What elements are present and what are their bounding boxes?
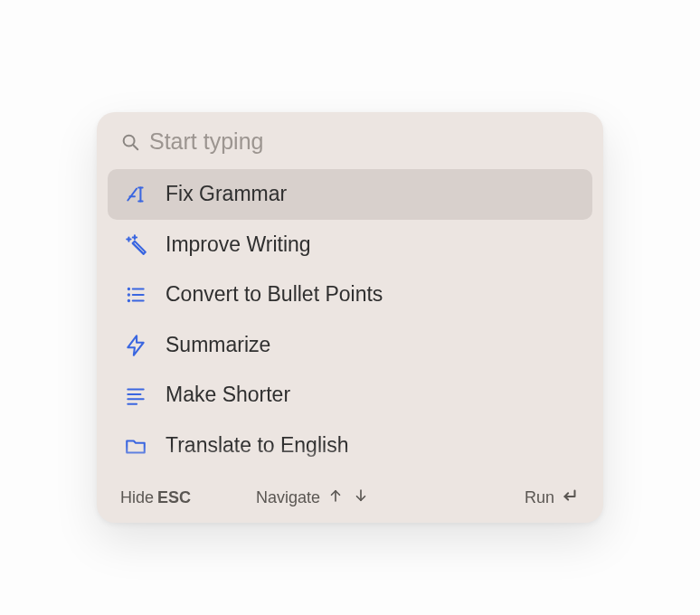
command-item[interactable]: Make Shorter bbox=[108, 370, 592, 421]
run-label: Run bbox=[525, 488, 554, 507]
text-cursor-icon bbox=[124, 183, 147, 206]
hide-label: Hide bbox=[120, 488, 154, 507]
svg-point-4 bbox=[128, 294, 129, 295]
sparkle-wand-icon bbox=[124, 232, 147, 256]
command-list: Fix Grammar Improve Writing Convert to B… bbox=[97, 164, 603, 478]
command-item[interactable]: Fix Grammar bbox=[108, 169, 592, 220]
command-item[interactable]: Improve Writing bbox=[108, 220, 592, 270]
folder-icon bbox=[124, 434, 147, 458]
escape-key-label: ESC bbox=[157, 488, 191, 507]
command-item[interactable]: Convert to Bullet Points bbox=[108, 270, 592, 320]
svg-point-0 bbox=[124, 135, 135, 146]
navigate-label: Navigate bbox=[256, 488, 320, 507]
command-item-label: Fix Grammar bbox=[166, 182, 287, 207]
arrow-down-icon bbox=[353, 487, 369, 508]
command-palette: Fix Grammar Improve Writing Convert to B… bbox=[97, 112, 603, 523]
command-item-label: Convert to Bullet Points bbox=[166, 282, 383, 308]
svg-point-2 bbox=[128, 289, 129, 289]
search-input[interactable] bbox=[149, 128, 580, 155]
hide-hint: Hide ESC bbox=[120, 488, 191, 507]
run-hint: Run bbox=[525, 486, 580, 510]
enter-key-icon bbox=[554, 486, 580, 510]
arrow-up-icon bbox=[327, 487, 344, 508]
text-lines-icon bbox=[124, 383, 147, 407]
lightning-icon bbox=[124, 334, 147, 357]
command-item[interactable]: Translate to English bbox=[108, 421, 592, 471]
command-item-label: Summarize bbox=[166, 333, 270, 358]
command-item-label: Make Shorter bbox=[166, 383, 290, 408]
svg-point-6 bbox=[128, 300, 129, 301]
search-row bbox=[97, 112, 603, 164]
svg-line-1 bbox=[134, 145, 138, 149]
navigate-hint: Navigate bbox=[256, 487, 369, 508]
svg-marker-8 bbox=[128, 336, 143, 355]
search-icon bbox=[120, 132, 140, 152]
bullet-list-icon bbox=[124, 283, 147, 307]
command-item-label: Translate to English bbox=[166, 433, 348, 459]
palette-footer: Hide ESC Navigate Run bbox=[97, 478, 603, 523]
command-item[interactable]: Summarize bbox=[108, 320, 592, 371]
command-item-label: Improve Writing bbox=[166, 232, 311, 258]
